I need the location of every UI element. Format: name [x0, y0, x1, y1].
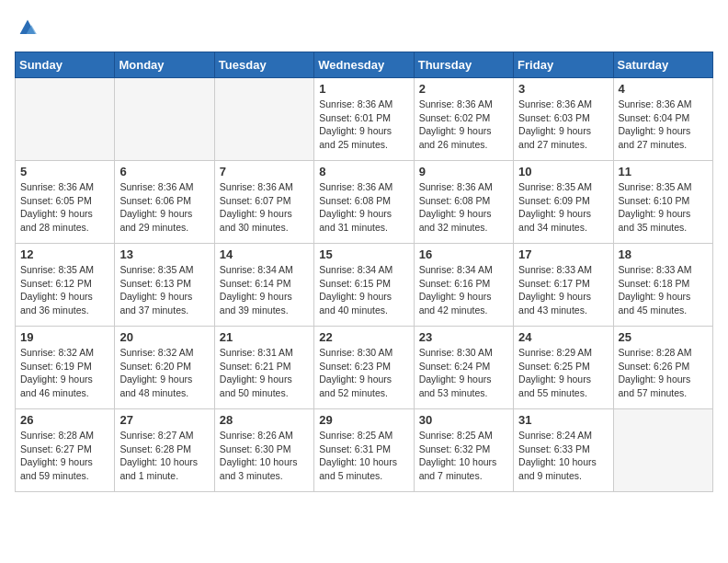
day-number: 4	[619, 82, 708, 96]
calendar-cell	[115, 78, 214, 161]
day-info: Sunrise: 8:31 AM Sunset: 6:21 PM Dayligh…	[220, 346, 309, 400]
calendar-cell: 18Sunrise: 8:33 AM Sunset: 6:18 PM Dayli…	[613, 244, 712, 327]
logo	[15, 15, 44, 40]
calendar-week-row: 5Sunrise: 8:36 AM Sunset: 6:05 PM Daylig…	[16, 161, 713, 244]
day-number: 18	[619, 247, 708, 261]
calendar-cell: 28Sunrise: 8:26 AM Sunset: 6:30 PM Dayli…	[214, 409, 313, 492]
calendar-cell: 24Sunrise: 8:29 AM Sunset: 6:25 PM Dayli…	[514, 327, 613, 409]
calendar-cell	[613, 409, 712, 492]
calendar-cell: 3Sunrise: 8:36 AM Sunset: 6:03 PM Daylig…	[514, 78, 613, 161]
day-info: Sunrise: 8:32 AM Sunset: 6:20 PM Dayligh…	[119, 346, 209, 400]
day-number: 7	[220, 165, 309, 178]
day-info: Sunrise: 8:32 AM Sunset: 6:19 PM Dayligh…	[20, 346, 109, 400]
day-info: Sunrise: 8:29 AM Sunset: 6:25 PM Dayligh…	[518, 346, 608, 400]
day-info: Sunrise: 8:30 AM Sunset: 6:24 PM Dayligh…	[419, 346, 508, 400]
day-info: Sunrise: 8:35 AM Sunset: 6:09 PM Dayligh…	[518, 180, 608, 235]
day-info: Sunrise: 8:24 AM Sunset: 6:33 PM Dayligh…	[518, 429, 608, 483]
day-number: 27	[119, 413, 209, 427]
calendar-cell: 12Sunrise: 8:35 AM Sunset: 6:12 PM Dayli…	[16, 244, 115, 327]
calendar-cell: 11Sunrise: 8:35 AM Sunset: 6:10 PM Dayli…	[613, 161, 712, 244]
day-info: Sunrise: 8:34 AM Sunset: 6:16 PM Dayligh…	[419, 263, 508, 317]
calendar-cell: 1Sunrise: 8:36 AM Sunset: 6:01 PM Daylig…	[314, 78, 414, 161]
day-number: 16	[419, 247, 508, 261]
day-info: Sunrise: 8:36 AM Sunset: 6:04 PM Dayligh…	[619, 98, 708, 152]
day-number: 3	[518, 82, 608, 96]
day-number: 20	[119, 330, 209, 344]
calendar-cell: 14Sunrise: 8:34 AM Sunset: 6:14 PM Dayli…	[214, 244, 313, 327]
day-info: Sunrise: 8:36 AM Sunset: 6:08 PM Dayligh…	[419, 180, 508, 235]
day-number: 22	[319, 330, 408, 344]
calendar-cell: 9Sunrise: 8:36 AM Sunset: 6:08 PM Daylig…	[414, 161, 513, 244]
calendar-cell: 27Sunrise: 8:27 AM Sunset: 6:28 PM Dayli…	[115, 409, 214, 492]
calendar-cell: 31Sunrise: 8:24 AM Sunset: 6:33 PM Dayli…	[514, 409, 613, 492]
calendar-cell	[16, 78, 115, 161]
day-number: 25	[619, 330, 708, 344]
calendar-cell: 29Sunrise: 8:25 AM Sunset: 6:31 PM Dayli…	[314, 409, 414, 492]
calendar-cell: 4Sunrise: 8:36 AM Sunset: 6:04 PM Daylig…	[613, 78, 712, 161]
calendar-cell: 6Sunrise: 8:36 AM Sunset: 6:06 PM Daylig…	[115, 161, 214, 244]
day-number: 31	[518, 413, 608, 427]
day-number: 13	[119, 247, 209, 261]
day-info: Sunrise: 8:27 AM Sunset: 6:28 PM Dayligh…	[119, 429, 209, 483]
day-info: Sunrise: 8:36 AM Sunset: 6:02 PM Dayligh…	[419, 98, 508, 152]
day-number: 8	[319, 165, 408, 178]
day-info: Sunrise: 8:30 AM Sunset: 6:23 PM Dayligh…	[319, 346, 408, 400]
page-header	[15, 15, 713, 40]
day-number: 24	[518, 330, 608, 344]
logo-icon	[15, 15, 40, 40]
day-number: 28	[220, 413, 309, 427]
calendar-week-row: 1Sunrise: 8:36 AM Sunset: 6:01 PM Daylig…	[16, 78, 713, 161]
day-number: 15	[319, 247, 408, 261]
day-info: Sunrise: 8:36 AM Sunset: 6:03 PM Dayligh…	[518, 98, 608, 152]
calendar-week-row: 19Sunrise: 8:32 AM Sunset: 6:19 PM Dayli…	[16, 327, 713, 409]
day-number: 9	[419, 165, 508, 178]
day-info: Sunrise: 8:36 AM Sunset: 6:08 PM Dayligh…	[319, 180, 408, 235]
day-info: Sunrise: 8:33 AM Sunset: 6:18 PM Dayligh…	[619, 263, 708, 317]
calendar-cell: 15Sunrise: 8:34 AM Sunset: 6:15 PM Dayli…	[314, 244, 414, 327]
calendar-cell: 16Sunrise: 8:34 AM Sunset: 6:16 PM Dayli…	[414, 244, 513, 327]
day-number: 29	[319, 413, 408, 427]
day-info: Sunrise: 8:35 AM Sunset: 6:12 PM Dayligh…	[20, 263, 109, 317]
day-info: Sunrise: 8:26 AM Sunset: 6:30 PM Dayligh…	[220, 429, 309, 483]
day-info: Sunrise: 8:25 AM Sunset: 6:32 PM Dayligh…	[419, 429, 508, 483]
calendar-week-row: 12Sunrise: 8:35 AM Sunset: 6:12 PM Dayli…	[16, 244, 713, 327]
day-number: 14	[220, 247, 309, 261]
day-of-week-header: Monday	[115, 52, 214, 78]
day-number: 2	[419, 82, 508, 96]
calendar-cell: 22Sunrise: 8:30 AM Sunset: 6:23 PM Dayli…	[314, 327, 414, 409]
day-number: 19	[20, 330, 109, 344]
calendar-cell: 17Sunrise: 8:33 AM Sunset: 6:17 PM Dayli…	[514, 244, 613, 327]
day-number: 17	[518, 247, 608, 261]
calendar-cell: 5Sunrise: 8:36 AM Sunset: 6:05 PM Daylig…	[16, 161, 115, 244]
calendar-cell: 10Sunrise: 8:35 AM Sunset: 6:09 PM Dayli…	[514, 161, 613, 244]
calendar-cell: 7Sunrise: 8:36 AM Sunset: 6:07 PM Daylig…	[214, 161, 313, 244]
calendar-cell	[214, 78, 313, 161]
calendar-cell: 19Sunrise: 8:32 AM Sunset: 6:19 PM Dayli…	[16, 327, 115, 409]
day-info: Sunrise: 8:36 AM Sunset: 6:07 PM Dayligh…	[220, 180, 309, 235]
calendar-week-row: 26Sunrise: 8:28 AM Sunset: 6:27 PM Dayli…	[16, 409, 713, 492]
day-info: Sunrise: 8:34 AM Sunset: 6:15 PM Dayligh…	[319, 263, 408, 317]
day-number: 23	[419, 330, 508, 344]
day-info: Sunrise: 8:35 AM Sunset: 6:10 PM Dayligh…	[619, 180, 708, 235]
day-info: Sunrise: 8:35 AM Sunset: 6:13 PM Dayligh…	[119, 263, 209, 317]
day-number: 5	[20, 165, 109, 178]
calendar-cell: 20Sunrise: 8:32 AM Sunset: 6:20 PM Dayli…	[115, 327, 214, 409]
day-of-week-header: Sunday	[16, 52, 115, 78]
calendar-cell: 8Sunrise: 8:36 AM Sunset: 6:08 PM Daylig…	[314, 161, 414, 244]
day-number: 6	[119, 165, 209, 178]
day-number: 1	[319, 82, 408, 96]
day-number: 12	[20, 247, 109, 261]
day-number: 11	[619, 165, 708, 178]
day-info: Sunrise: 8:36 AM Sunset: 6:06 PM Dayligh…	[119, 180, 209, 235]
day-info: Sunrise: 8:28 AM Sunset: 6:27 PM Dayligh…	[20, 429, 109, 483]
calendar-cell: 23Sunrise: 8:30 AM Sunset: 6:24 PM Dayli…	[414, 327, 513, 409]
day-info: Sunrise: 8:33 AM Sunset: 6:17 PM Dayligh…	[518, 263, 608, 317]
calendar-cell: 21Sunrise: 8:31 AM Sunset: 6:21 PM Dayli…	[214, 327, 313, 409]
day-info: Sunrise: 8:25 AM Sunset: 6:31 PM Dayligh…	[319, 429, 408, 483]
day-number: 26	[20, 413, 109, 427]
day-of-week-header: Saturday	[613, 52, 712, 78]
calendar-cell: 30Sunrise: 8:25 AM Sunset: 6:32 PM Dayli…	[414, 409, 513, 492]
day-of-week-header: Thursday	[414, 52, 513, 78]
day-info: Sunrise: 8:28 AM Sunset: 6:26 PM Dayligh…	[619, 346, 708, 400]
day-of-week-header: Wednesday	[314, 52, 414, 78]
